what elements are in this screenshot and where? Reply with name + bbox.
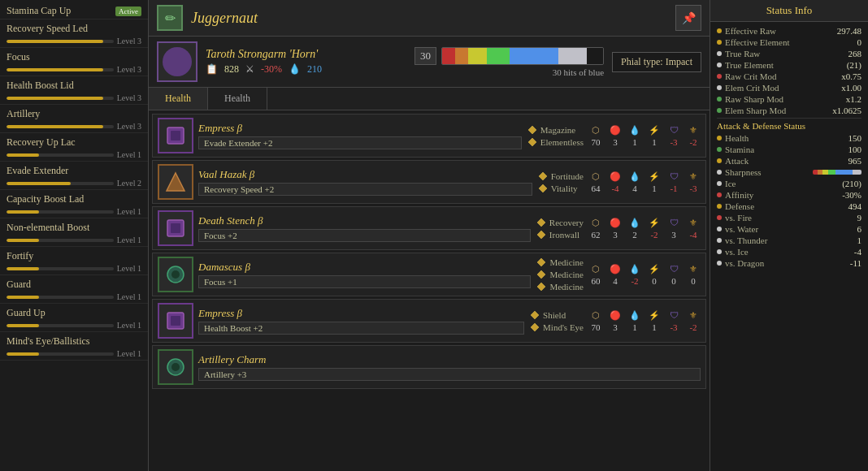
attack-label-5: Affinity — [717, 190, 753, 200]
weapon-element-icon: 💧 — [289, 63, 301, 76]
gem-header-icon-4-3: ⚡ — [647, 310, 662, 321]
gem-header-icon-0-1: 🔴 — [608, 125, 623, 136]
attack-label-text-5: Affinity — [725, 190, 753, 200]
gem-header-icon-0-3: ⚡ — [647, 125, 662, 136]
sidebar-item-7[interactable]: Capacity Boost LadLevel 1 — [0, 190, 148, 218]
sidebar-bar-container-1: Level 3 — [7, 37, 141, 45]
attack-row-9: vs. Thunder1 — [717, 235, 861, 246]
attack-label-text-2: Attack — [725, 156, 749, 166]
status-label-text-1: Effective Element — [725, 37, 790, 47]
sidebar: Stamina Cap UpActiveRecovery Speed LedLe… — [0, 0, 149, 471]
attack-dot-2 — [717, 158, 722, 163]
armor-decos-0: MagazineElementless — [527, 124, 584, 148]
attack-dot-5 — [717, 192, 722, 197]
sidebar-bar-container-5: Level 1 — [7, 150, 141, 159]
armor-skill-3: Focus +1 — [198, 275, 531, 288]
deco-icon-2-1 — [536, 229, 547, 240]
attack-label-text-4: Ice — [725, 179, 736, 188]
armor-center-0: Empress βEvade Extender +2 — [198, 122, 522, 149]
sidebar-bar-container-12: Level 1 — [7, 349, 141, 358]
sidebar-item-5[interactable]: Recovery Up LacLevel 1 — [0, 133, 148, 162]
attack-dot-11 — [717, 261, 722, 266]
svg-rect-1 — [171, 131, 180, 140]
deco-label-1-0: Fortitude — [551, 171, 584, 181]
sidebar-item-0[interactable]: Stamina Cap UpActive — [0, 2, 148, 19]
armor-row-4: Empress βHealth Boost +2ShieldMind's Eye… — [152, 299, 706, 343]
deco-row-1-0: Fortitude — [537, 171, 584, 182]
attack-row-8: vs. Water6 — [717, 223, 861, 235]
attack-val-5: -30% — [842, 190, 861, 200]
deco-row-2-0: Recovery — [536, 217, 584, 228]
svg-marker-2 — [528, 126, 536, 134]
gem-header-icon-4-4: 🛡 — [666, 310, 681, 321]
tab-health-1[interactable]: Health — [149, 88, 208, 110]
attack-label-0: Health — [717, 133, 749, 143]
deco-row-0-1: Elementless — [527, 136, 584, 148]
armor-gems-3: ⬡🔴💧⚡🛡⚜604-2000 — [588, 264, 701, 286]
sidebar-item-3[interactable]: Health Boost LidLevel 3 — [0, 76, 148, 105]
gem-val-0-3: 1 — [647, 137, 662, 147]
attack-label-11: vs. Dragon — [717, 258, 764, 268]
status-val-7: x1.0625 — [832, 106, 861, 115]
gem-val-2-0: 62 — [588, 230, 603, 240]
attack-dot-4 — [717, 181, 722, 186]
sidebar-level-5: Level 1 — [117, 150, 141, 159]
gem-val-4-2: 1 — [627, 322, 642, 332]
armor-gems-1: ⬡🔴💧⚡🛡⚜64-441-1-3 — [588, 171, 701, 193]
sidebar-item-9[interactable]: FortifyLevel 1 — [0, 247, 148, 275]
sidebar-item-6[interactable]: Evade ExtenderLevel 2 — [0, 162, 148, 190]
status-label-text-0: Effective Raw — [725, 26, 776, 36]
armor-list: Empress βEvade Extender +2MagazineElemen… — [149, 110, 710, 471]
sidebar-level-10: Level 1 — [117, 292, 141, 301]
status-label-4: Raw Crit Mod — [717, 71, 777, 81]
attack-val-4: (210) — [842, 179, 861, 188]
gem-header-icon-0-0: ⬡ — [588, 125, 603, 136]
deco-icon-3-0 — [536, 257, 547, 268]
gem-header-icon-1-2: 💧 — [627, 171, 642, 182]
sidebar-item-1[interactable]: Recovery Speed LedLevel 3 — [0, 19, 148, 48]
sidebar-bar-container-9: Level 1 — [7, 264, 141, 273]
status-info-section: Effective Raw297.48Effective Element0Tru… — [710, 22, 868, 272]
deco-label-3-2: Medicine — [549, 282, 584, 292]
pin-button[interactable]: 📌 — [675, 5, 701, 31]
sidebar-item-label-2: Focus — [7, 51, 30, 63]
deco-icon-0-0 — [527, 124, 538, 136]
sidebar-item-label-12: Mind's Eye/Ballistics — [7, 335, 90, 348]
deco-row-1-1: Vitality — [537, 183, 584, 194]
armor-gems-0: ⬡🔴💧⚡🛡⚜70311-3-2 — [588, 125, 701, 147]
attack-label-6: Defense — [717, 201, 754, 211]
sidebar-item-8[interactable]: Non-elemental BoostLevel 1 — [0, 218, 148, 247]
attack-dot-3 — [717, 170, 722, 175]
sidebar-item-2[interactable]: FocusLevel 3 — [0, 48, 148, 76]
sidebar-item-11[interactable]: Guard UpLevel 1 — [0, 304, 148, 332]
svg-rect-17 — [171, 316, 180, 326]
svg-marker-10 — [537, 231, 545, 239]
deco-row-4-1: Mind's Eye — [529, 322, 584, 333]
sidebar-item-12[interactable]: Mind's Eye/BallisticsLevel 1 — [0, 332, 148, 361]
status-val-5: x1.00 — [841, 83, 861, 93]
svg-marker-19 — [531, 323, 539, 331]
sidebar-item-label-11: Guard Up — [7, 307, 46, 319]
deco-icon-4-1 — [529, 322, 540, 333]
svg-marker-4 — [167, 173, 184, 191]
sidebar-item-10[interactable]: GuardLevel 1 — [0, 275, 148, 304]
sidebar-item-label-0: Stamina Cap Up — [7, 5, 71, 17]
status-dot-3 — [717, 63, 722, 67]
status-label-text-4: Raw Crit Mod — [725, 71, 777, 81]
status-dot-5 — [717, 85, 722, 90]
attack-label-2: Attack — [717, 156, 749, 166]
sidebar-bar-container-10: Level 1 — [7, 292, 141, 301]
tab-health-2[interactable]: Health — [208, 88, 267, 110]
attack-dot-6 — [717, 204, 722, 209]
status-row-2: True Raw268 — [717, 48, 861, 59]
attack-label-text-9: vs. Thunder — [725, 236, 767, 245]
sidebar-bar-container-2: Level 3 — [7, 65, 141, 74]
sidebar-level-11: Level 1 — [117, 321, 141, 330]
gem-val-3-0: 60 — [588, 276, 603, 286]
svg-point-21 — [171, 363, 180, 371]
weapon-info-row: Taroth Strongarm 'Horn' 📋 828 ⚔ -30% 💧 2… — [149, 37, 710, 88]
armor-name-3: Damascus β — [198, 261, 531, 274]
gem-header-icon-1-3: ⚡ — [647, 171, 662, 182]
sidebar-item-4[interactable]: ArtilleryLevel 3 — [0, 105, 148, 133]
sharpness-mini-segment — [822, 170, 828, 175]
